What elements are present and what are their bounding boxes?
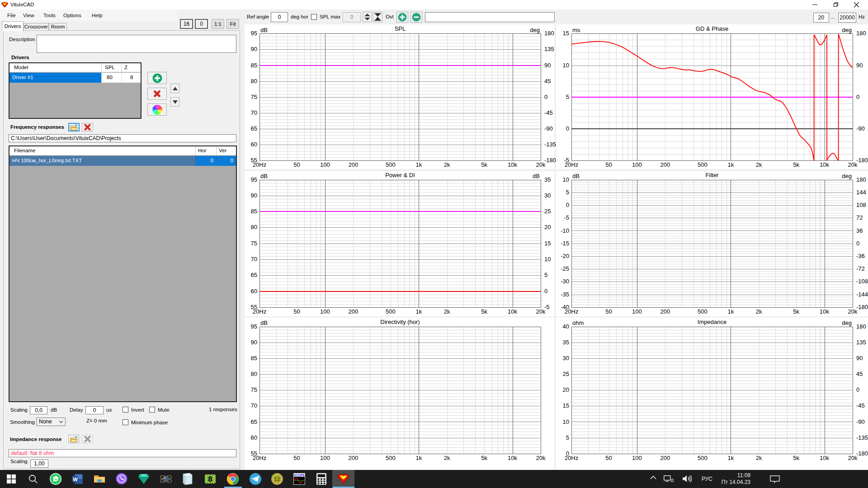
svg-text:-180: -180 bbox=[856, 157, 868, 164]
svg-text:35: 35 bbox=[544, 176, 551, 183]
svg-text:90: 90 bbox=[251, 192, 257, 199]
svg-text:20: 20 bbox=[544, 224, 551, 230]
svg-text:-72: -72 bbox=[856, 265, 865, 272]
svg-text:W: W bbox=[73, 477, 78, 482]
svg-text:200: 200 bbox=[660, 455, 670, 461]
svg-text:200: 200 bbox=[660, 308, 670, 315]
svg-text:20: 20 bbox=[563, 386, 569, 393]
svg-text:90: 90 bbox=[544, 62, 551, 69]
svg-text:-10: -10 bbox=[561, 227, 569, 234]
svg-text:2k: 2k bbox=[444, 455, 450, 461]
svg-text:1k: 1k bbox=[415, 455, 422, 461]
svg-text:12: 12 bbox=[274, 476, 280, 483]
svg-text:50: 50 bbox=[605, 308, 612, 315]
svg-text:30: 30 bbox=[563, 355, 569, 361]
svg-text:70: 70 bbox=[251, 109, 257, 116]
svg-text:deg: deg bbox=[530, 27, 540, 33]
svg-text:80: 80 bbox=[251, 224, 257, 230]
svg-text:10: 10 bbox=[544, 256, 551, 263]
svg-text:0: 0 bbox=[566, 125, 569, 132]
svg-text:75: 75 bbox=[251, 386, 257, 393]
svg-text:5: 5 bbox=[544, 272, 547, 278]
svg-text:1k: 1k bbox=[727, 308, 734, 315]
svg-text:45: 45 bbox=[856, 371, 863, 377]
svg-text:20Hz: 20Hz bbox=[253, 308, 266, 315]
svg-text:180: 180 bbox=[856, 176, 866, 183]
svg-text:50: 50 bbox=[293, 308, 300, 315]
svg-text:20k: 20k bbox=[848, 308, 858, 315]
svg-text:200: 200 bbox=[660, 161, 670, 168]
svg-text:-90: -90 bbox=[856, 125, 865, 132]
svg-text:100: 100 bbox=[320, 161, 330, 168]
svg-text:0: 0 bbox=[544, 94, 547, 100]
svg-text:100: 100 bbox=[320, 455, 330, 461]
svg-text:dB: dB bbox=[572, 173, 580, 179]
svg-text:500: 500 bbox=[386, 308, 396, 315]
svg-text:dB: dB bbox=[260, 27, 268, 33]
svg-text:40: 40 bbox=[563, 323, 569, 330]
svg-text:10k: 10k bbox=[820, 455, 829, 461]
svg-text:65: 65 bbox=[251, 272, 257, 278]
svg-text:dB: dB bbox=[260, 173, 268, 179]
svg-text:5: 5 bbox=[566, 189, 569, 196]
svg-text:-90: -90 bbox=[856, 418, 865, 425]
svg-text:72: 72 bbox=[856, 214, 863, 221]
svg-text:36: 36 bbox=[856, 227, 863, 234]
svg-text:2k: 2k bbox=[756, 455, 762, 461]
svg-text:10k: 10k bbox=[820, 308, 829, 315]
svg-text:95: 95 bbox=[251, 323, 257, 330]
svg-text:144: 144 bbox=[856, 189, 866, 196]
svg-text:-180: -180 bbox=[544, 157, 556, 164]
svg-text:2k: 2k bbox=[756, 161, 762, 168]
svg-text:80: 80 bbox=[251, 78, 257, 84]
svg-text:10k: 10k bbox=[820, 161, 829, 168]
svg-text:-180: -180 bbox=[856, 304, 868, 310]
svg-text:75: 75 bbox=[251, 94, 257, 100]
svg-text:45: 45 bbox=[544, 78, 551, 84]
svg-text:-35: -35 bbox=[561, 291, 569, 298]
svg-text:135: 135 bbox=[856, 339, 866, 346]
svg-text:1k: 1k bbox=[727, 161, 734, 168]
svg-text:5k: 5k bbox=[481, 161, 487, 168]
svg-text:50: 50 bbox=[605, 161, 612, 168]
svg-text:35: 35 bbox=[563, 339, 569, 346]
svg-text:Power & DI: Power & DI bbox=[385, 172, 415, 178]
svg-text:20k: 20k bbox=[536, 161, 546, 168]
svg-text:20Hz: 20Hz bbox=[565, 161, 578, 168]
svg-text:10: 10 bbox=[563, 62, 569, 69]
svg-text:-180: -180 bbox=[856, 450, 868, 457]
svg-text:2k: 2k bbox=[756, 308, 762, 315]
svg-text:200: 200 bbox=[348, 161, 358, 168]
svg-text:75: 75 bbox=[251, 240, 257, 247]
svg-text:70: 70 bbox=[251, 402, 257, 409]
svg-text:ohm: ohm bbox=[572, 319, 584, 326]
svg-text:60: 60 bbox=[251, 434, 257, 441]
svg-text:SPL: SPL bbox=[395, 25, 406, 32]
svg-text:20k: 20k bbox=[536, 455, 546, 461]
svg-text:50: 50 bbox=[605, 455, 612, 461]
svg-text:500: 500 bbox=[698, 308, 708, 315]
svg-text:65: 65 bbox=[251, 125, 257, 132]
svg-text:65: 65 bbox=[251, 418, 257, 425]
svg-text:90: 90 bbox=[251, 339, 257, 346]
svg-text:500: 500 bbox=[698, 161, 708, 168]
svg-text:60: 60 bbox=[251, 141, 257, 148]
svg-text:SCOPE: SCOPE bbox=[294, 474, 305, 477]
svg-text:5: 5 bbox=[566, 94, 569, 100]
svg-text:-15: -15 bbox=[561, 240, 569, 247]
svg-text:-30: -30 bbox=[561, 278, 569, 285]
svg-text:2k: 2k bbox=[444, 308, 450, 315]
svg-text:500: 500 bbox=[386, 455, 396, 461]
svg-text:200: 200 bbox=[348, 308, 358, 315]
svg-text:90: 90 bbox=[251, 46, 257, 52]
svg-text:10: 10 bbox=[563, 418, 569, 425]
svg-text:15: 15 bbox=[544, 240, 551, 247]
svg-text:0: 0 bbox=[856, 94, 859, 100]
svg-text:10: 10 bbox=[563, 176, 569, 183]
svg-text:95: 95 bbox=[251, 30, 257, 37]
svg-text:15: 15 bbox=[563, 402, 569, 409]
svg-text:8: 8 bbox=[208, 475, 212, 483]
svg-text:108: 108 bbox=[856, 202, 866, 208]
svg-text:135: 135 bbox=[544, 46, 554, 52]
svg-text:-45: -45 bbox=[544, 109, 553, 116]
